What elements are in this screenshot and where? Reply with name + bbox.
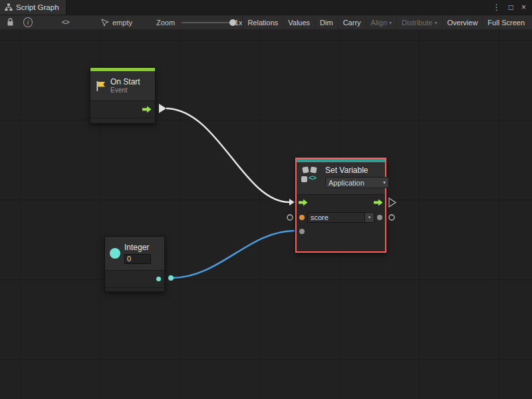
integer-output-connector-icon[interactable] bbox=[168, 275, 174, 281]
menu-icon[interactable]: ⋮ bbox=[493, 3, 501, 11]
toolbar-button-distribute[interactable]: Distribute ▾ bbox=[396, 15, 442, 29]
node-set-variable[interactable]: <> Set Variable Application ▾ bbox=[295, 158, 386, 253]
node-title: On Start bbox=[110, 77, 140, 86]
toolbar-button-fullscreen[interactable]: Full Screen bbox=[482, 15, 529, 29]
graph-icon bbox=[5, 3, 13, 11]
window-controls: ⋮ □ × bbox=[493, 0, 532, 15]
lock-icon[interactable] bbox=[5, 17, 15, 28]
selection-label: empty bbox=[112, 19, 132, 27]
dropdown-arrow-icon: ▾ bbox=[389, 20, 392, 26]
zoom-slider-track bbox=[182, 22, 231, 23]
script-graph-window: Script Graph ⋮ □ × i <> empty Zo bbox=[0, 0, 532, 399]
variable-name-dropdown-button[interactable]: ▾ bbox=[365, 212, 374, 223]
dropdown-arrow-icon: ▾ bbox=[368, 215, 371, 220]
graph-canvas[interactable]: On Start Event <> bbox=[0, 29, 532, 399]
variable-name-field-group: score ▾ bbox=[307, 212, 374, 223]
zoom-slider-handle[interactable] bbox=[229, 19, 236, 26]
setvariable-name-port-outer-icon[interactable] bbox=[287, 215, 293, 220]
toolbar-button-dim[interactable]: Dim bbox=[315, 15, 338, 29]
setvariable-output-port-outer-icon[interactable] bbox=[389, 215, 394, 220]
close-icon[interactable]: × bbox=[521, 3, 526, 11]
variable-name-field[interactable]: score bbox=[307, 212, 365, 223]
dropdown-arrow-icon: ▾ bbox=[383, 180, 386, 186]
variable-output-port-icon[interactable] bbox=[377, 215, 382, 220]
node-title: Integer bbox=[124, 243, 151, 252]
flow-input-port-icon[interactable] bbox=[299, 199, 308, 206]
flag-icon bbox=[95, 80, 106, 92]
node-title: Set Variable bbox=[325, 166, 380, 175]
value-input-port-icon[interactable] bbox=[299, 229, 305, 234]
flow-output-port-icon[interactable] bbox=[142, 106, 152, 113]
integer-value-field[interactable]: 0 bbox=[124, 254, 151, 264]
code-view-icon[interactable]: <> bbox=[61, 17, 70, 28]
connection-flow-onstart-setvariable[interactable] bbox=[166, 108, 289, 202]
variable-name-port-icon[interactable] bbox=[299, 215, 305, 220]
node-footer bbox=[90, 118, 155, 124]
variable-scope-dropdown[interactable]: Application ▾ bbox=[325, 177, 389, 188]
tab-title: Script Graph bbox=[16, 3, 59, 11]
flow-wire-arrowhead-icon bbox=[289, 199, 295, 205]
toolbar-button-carry[interactable]: Carry bbox=[338, 15, 366, 29]
dropdown-arrow-icon: ▾ bbox=[435, 20, 438, 26]
integer-output-port-icon[interactable] bbox=[156, 277, 161, 281]
toolbar-button-overview[interactable]: Overview bbox=[442, 15, 483, 29]
integer-circle-icon bbox=[110, 248, 120, 259]
toolbar-buttons: Relations Values Dim Carry Align ▾ Distr… bbox=[242, 15, 529, 29]
info-icon[interactable]: i bbox=[23, 17, 32, 27]
zoom-slider[interactable] bbox=[182, 18, 231, 27]
maximize-icon[interactable]: □ bbox=[509, 3, 513, 11]
tab-script-graph[interactable]: Script Graph bbox=[0, 0, 66, 15]
toolbar: i <> empty Zoom 1x Relations Values bbox=[0, 15, 532, 30]
connection-value-integer-setvariable[interactable] bbox=[172, 231, 295, 278]
flow-output-port-icon[interactable] bbox=[374, 199, 383, 206]
set-variable-icon: <> bbox=[301, 167, 321, 184]
node-on-start[interactable]: On Start Event bbox=[90, 67, 156, 124]
node-footer bbox=[105, 287, 164, 293]
toolbar-button-values[interactable]: Values bbox=[283, 15, 315, 29]
wires-layer bbox=[0, 29, 532, 399]
node-subtitle: Event bbox=[110, 86, 140, 94]
node-integer[interactable]: Integer 0 bbox=[104, 236, 165, 292]
onstart-exit-connector-icon[interactable] bbox=[159, 104, 166, 113]
titlebar: Script Graph ⋮ □ × bbox=[0, 0, 532, 15]
setvariable-exit-connector-icon[interactable] bbox=[389, 198, 396, 207]
toolbar-button-align[interactable]: Align ▾ bbox=[366, 15, 396, 29]
selection-indicator: empty bbox=[101, 19, 132, 27]
toolbar-button-relations[interactable]: Relations bbox=[242, 15, 283, 29]
zoom-label: Zoom bbox=[156, 19, 175, 27]
pointer-icon bbox=[101, 19, 109, 27]
